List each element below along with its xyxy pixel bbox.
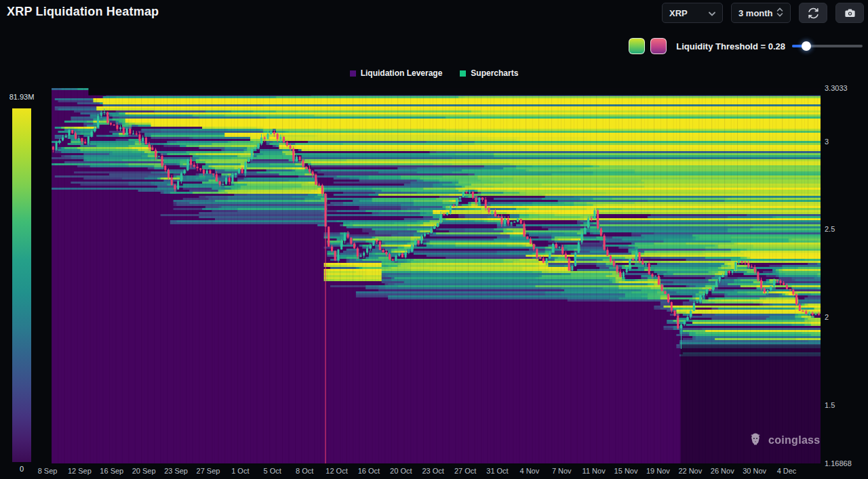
price-tick: 3	[825, 138, 829, 146]
date-tick: 27 Sep	[197, 467, 220, 475]
colorbar-min-label: 0	[1, 465, 42, 473]
liquidation-heatmap-canvas[interactable]	[52, 88, 821, 463]
range-select[interactable]: 3 month	[731, 3, 791, 23]
date-tick: 31 Oct	[486, 467, 508, 475]
legend-item-supercharts[interactable]: Supercharts	[460, 68, 518, 78]
date-tick: 12 Sep	[68, 467, 92, 475]
date-tick: 22 Nov	[678, 467, 702, 475]
legend-swatch-green	[460, 70, 466, 77]
chevron-down-icon	[709, 8, 715, 18]
date-tick: 19 Nov	[646, 467, 670, 475]
price-tick: 2	[825, 313, 829, 321]
date-tick: 7 Nov	[552, 467, 572, 475]
symbol-select-value: XRP	[669, 8, 688, 18]
date-tick: 12 Oct	[326, 467, 347, 475]
slider-thumb[interactable]	[802, 41, 811, 51]
colorbar-max-label: 81.93M	[1, 93, 42, 101]
refresh-icon	[807, 7, 820, 20]
date-tick: 1 Oct	[231, 467, 249, 475]
page-title: XRP Liquidation Heatmap	[7, 5, 159, 19]
price-tick: 2.5	[825, 225, 835, 233]
legend-item-liquidation-leverage[interactable]: Liquidation Leverage	[350, 68, 443, 78]
chevron-updown-icon	[776, 7, 783, 19]
date-tick: 30 Nov	[743, 467, 766, 475]
date-tick: 4 Dec	[777, 467, 797, 475]
date-tick: 20 Oct	[390, 467, 412, 475]
toolbar: XRP 3 month	[662, 3, 864, 23]
app-root: XRP Liquidation Heatmap XRP 3 month	[0, 0, 868, 479]
date-tick: 16 Sep	[100, 467, 123, 475]
camera-icon	[844, 7, 856, 20]
legend-label: Supercharts	[471, 68, 518, 78]
date-tick: 4 Nov	[519, 467, 539, 475]
palette-pink-button[interactable]	[650, 38, 667, 54]
screenshot-button[interactable]	[835, 3, 864, 23]
range-select-value: 3 month	[738, 8, 773, 18]
price-tick: 1.16868	[825, 459, 852, 467]
refresh-button[interactable]	[799, 3, 827, 23]
colorbar-gradient	[12, 108, 31, 462]
date-tick: 26 Nov	[711, 467, 734, 475]
legend-swatch-purple	[350, 70, 356, 77]
price-tick: 1.5	[825, 401, 835, 409]
price-tick: 3.3033	[825, 84, 848, 92]
symbol-select[interactable]: XRP	[662, 3, 723, 23]
date-tick: 23 Oct	[422, 467, 443, 475]
liquidity-threshold-slider[interactable]	[792, 41, 863, 51]
date-tick: 20 Sep	[132, 467, 156, 475]
threshold-controls: Liquidity Threshold = 0.28	[623, 38, 863, 54]
palette-green-button[interactable]	[629, 38, 645, 54]
date-tick: 8 Oct	[296, 467, 313, 475]
chart-legend: Liquidation Leverage Supercharts	[0, 68, 868, 78]
liquidity-threshold-label: Liquidity Threshold = 0.28	[676, 41, 785, 51]
date-tick: 27 Oct	[454, 467, 476, 475]
date-tick: 15 Nov	[614, 467, 638, 475]
date-tick: 23 Sep	[164, 467, 188, 475]
date-tick: 16 Oct	[358, 467, 380, 475]
date-tick: 11 Nov	[583, 467, 606, 475]
date-tick: 8 Sep	[38, 467, 58, 475]
date-tick: 5 Oct	[264, 467, 281, 475]
legend-label: Liquidation Leverage	[361, 68, 443, 78]
